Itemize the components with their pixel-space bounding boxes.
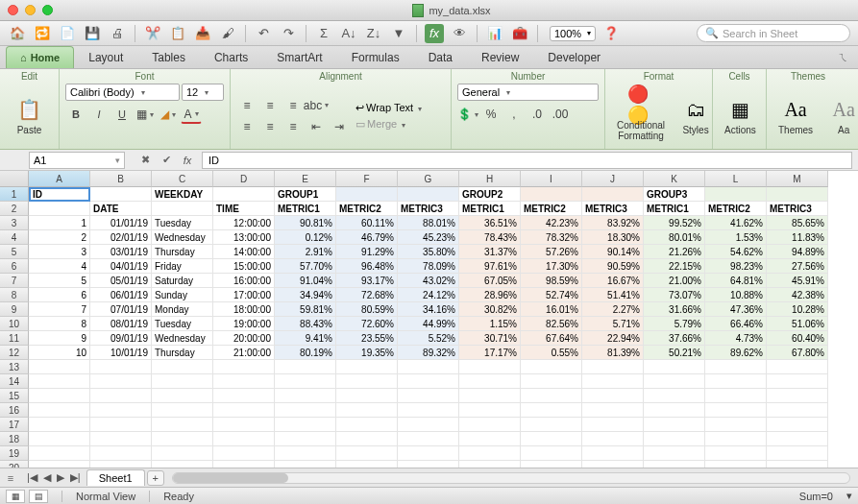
fx-icon[interactable]: fx (425, 24, 444, 43)
border-button[interactable]: ▦ (135, 105, 156, 124)
cell-A12[interactable]: 10 (29, 346, 90, 360)
cell-K16[interactable] (644, 403, 705, 418)
row-header-2[interactable]: 2 (0, 202, 29, 216)
cell-B16[interactable] (90, 403, 152, 418)
row-header-12[interactable]: 12 (0, 346, 29, 360)
cell-I9[interactable]: 16.01% (521, 302, 582, 317)
normal-view-button[interactable]: ▦ (6, 490, 25, 503)
next-sheet-button[interactable]: ▶ (55, 471, 66, 484)
cell-L9[interactable]: 47.36% (705, 302, 767, 317)
cell-K1[interactable]: GROUP3 (644, 187, 705, 202)
cell-D12[interactable]: 21:00:00 (213, 346, 275, 360)
cell-D3[interactable]: 12:00:00 (213, 216, 275, 230)
horizontal-scrollbar[interactable] (172, 472, 850, 484)
tab-developer[interactable]: Developer (533, 46, 615, 68)
cell-A10[interactable]: 8 (29, 317, 90, 331)
cell-I11[interactable]: 67.64% (521, 331, 582, 346)
formula-input[interactable]: ID (202, 152, 852, 169)
cell-L14[interactable] (705, 374, 767, 389)
cell-M10[interactable]: 51.06% (767, 317, 828, 331)
cell-M3[interactable]: 85.65% (767, 216, 828, 230)
align-bottom-button[interactable]: ≡ (282, 96, 304, 115)
row-header-11[interactable]: 11 (0, 331, 29, 346)
cell-C5[interactable]: Thursday (152, 245, 213, 259)
cell-E1[interactable]: GROUP1 (275, 187, 336, 202)
cell-D20[interactable] (213, 461, 275, 468)
row-header-15[interactable]: 15 (0, 389, 29, 403)
cell-D18[interactable] (213, 432, 275, 446)
cell-G11[interactable]: 5.52% (398, 331, 459, 346)
cancel-formula-button[interactable]: ✖ (136, 153, 154, 168)
cell-H16[interactable] (459, 403, 521, 418)
cell-F3[interactable]: 60.11% (336, 216, 398, 230)
row-header-19[interactable]: 19 (0, 446, 29, 461)
column-header-H[interactable]: H (459, 171, 521, 187)
cell-E20[interactable] (275, 461, 336, 468)
cell-I2[interactable]: METRIC2 (521, 202, 582, 216)
cell-G1[interactable] (398, 187, 459, 202)
last-sheet-button[interactable]: ▶| (68, 471, 83, 484)
cell-B5[interactable]: 03/01/19 (90, 245, 152, 259)
cell-F1[interactable] (336, 187, 398, 202)
cell-M17[interactable] (767, 418, 828, 432)
save-icon[interactable]: 💾 (83, 24, 102, 43)
cell-J5[interactable]: 90.14% (582, 245, 644, 259)
cell-H8[interactable]: 28.96% (459, 288, 521, 302)
cell-K14[interactable] (644, 374, 705, 389)
cell-B11[interactable]: 09/01/19 (90, 331, 152, 346)
row-header-17[interactable]: 17 (0, 418, 29, 432)
cell-G13[interactable] (398, 360, 459, 374)
cell-G7[interactable]: 43.02% (398, 274, 459, 288)
cell-M11[interactable]: 60.40% (767, 331, 828, 346)
show-formulas-icon[interactable]: 👁 (450, 24, 469, 43)
column-header-J[interactable]: J (582, 171, 644, 187)
cell-I16[interactable] (521, 403, 582, 418)
column-header-D[interactable]: D (213, 171, 275, 187)
cell-G20[interactable] (398, 461, 459, 468)
increase-indent-button[interactable]: ⇥ (329, 117, 350, 136)
cell-B1[interactable] (90, 187, 152, 202)
cell-L18[interactable] (705, 432, 767, 446)
column-header-A[interactable]: A (29, 171, 90, 187)
cell-L11[interactable]: 4.73% (705, 331, 767, 346)
cell-E2[interactable]: METRIC1 (275, 202, 336, 216)
cell-J6[interactable]: 90.59% (582, 259, 644, 274)
cell-D13[interactable] (213, 360, 275, 374)
cell-K8[interactable]: 73.07% (644, 288, 705, 302)
cell-K20[interactable] (644, 461, 705, 468)
cell-J12[interactable]: 81.39% (582, 346, 644, 360)
cell-D1[interactable] (213, 187, 275, 202)
cell-I7[interactable]: 98.59% (521, 274, 582, 288)
cell-I1[interactable] (521, 187, 582, 202)
cell-F10[interactable]: 72.60% (336, 317, 398, 331)
cell-F13[interactable] (336, 360, 398, 374)
cell-I14[interactable] (521, 374, 582, 389)
format-painter-icon[interactable]: 🖌 (218, 24, 237, 43)
styles-button[interactable]: 🗂 Styles (676, 94, 715, 137)
cell-I18[interactable] (521, 432, 582, 446)
cell-J10[interactable]: 5.71% (582, 317, 644, 331)
cell-F14[interactable] (336, 374, 398, 389)
cell-J2[interactable]: METRIC3 (582, 202, 644, 216)
cell-M7[interactable]: 45.91% (767, 274, 828, 288)
align-left-button[interactable]: ≡ (236, 117, 257, 136)
status-menu-icon[interactable]: ▾ (846, 490, 852, 502)
cell-G5[interactable]: 35.80% (398, 245, 459, 259)
cell-I3[interactable]: 42.23% (521, 216, 582, 230)
cell-I8[interactable]: 52.74% (521, 288, 582, 302)
cell-K10[interactable]: 5.79% (644, 317, 705, 331)
decrease-decimal-button[interactable]: .0 (527, 105, 548, 124)
row-header-14[interactable]: 14 (0, 374, 29, 389)
cell-G9[interactable]: 34.16% (398, 302, 459, 317)
decrease-indent-button[interactable]: ⇤ (306, 117, 327, 136)
cell-M18[interactable] (767, 432, 828, 446)
cell-C7[interactable]: Saturday (152, 274, 213, 288)
cell-E14[interactable] (275, 374, 336, 389)
cell-D10[interactable]: 19:00:00 (213, 317, 275, 331)
number-format-select[interactable]: General (457, 84, 599, 101)
cell-M2[interactable]: METRIC3 (767, 202, 828, 216)
row-header-18[interactable]: 18 (0, 432, 29, 446)
name-box[interactable]: A1 ▾ (29, 152, 125, 169)
cell-H2[interactable]: METRIC1 (459, 202, 521, 216)
cell-A9[interactable]: 7 (29, 302, 90, 317)
